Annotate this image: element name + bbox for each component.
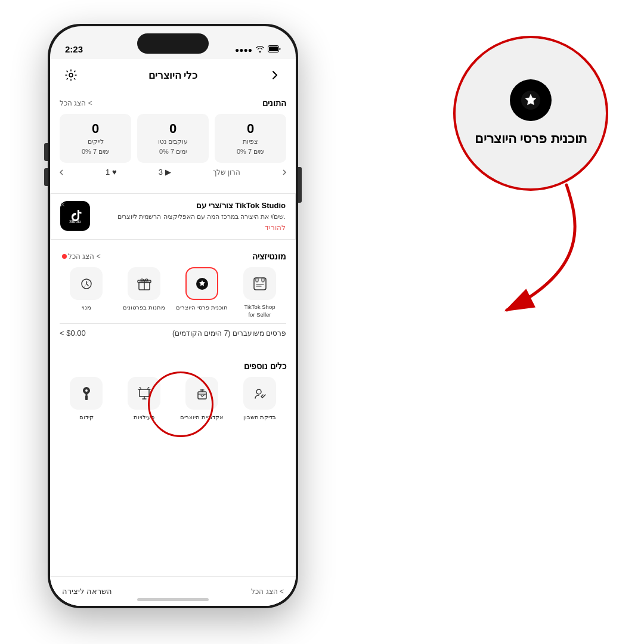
page-title: כלי היוצרים [148,69,198,82]
menu-icon-wrap [70,267,103,300]
monetization-title: מונטיזציה [252,252,286,261]
svg-text:Studio: Studio [69,219,81,224]
svg-rect-11 [85,395,88,400]
nav-left[interactable] [60,169,64,175]
svg-rect-12 [198,392,206,399]
svg-rect-10 [262,278,264,282]
svg-rect-9 [256,278,258,282]
wifi-icon [256,46,264,54]
signal-dot [62,254,67,259]
power-button [298,167,302,203]
bottom-bar: השראה ליצירה הצג הכל < [50,576,296,606]
additional-tools-grid: קידום פעילויות [60,377,286,421]
stats-row: 0 לייקים 0% 7 ימים 0 עוקבים נטו 0% 7 ימי… [60,114,286,163]
settings-icon[interactable] [62,66,80,84]
activities-icon-wrap [128,377,160,410]
promo-content: Studio צור/צרי עם TikTok Studio שים/י את… [60,201,286,232]
svg-rect-1 [269,47,278,51]
promo-text: צור/צרי עם TikTok Studio שים/י את היצירה… [96,201,286,232]
callout-text: תוכנית פרסי היוצרים [475,131,586,148]
earnings-value: < $0.00 [60,329,86,338]
phone-screen: 2:23 ●●●● [50,26,296,606]
svg-point-13 [256,389,261,394]
followers-label: עוקבים נטו [144,138,202,145]
app-header: כלי היוצרים [50,59,296,91]
promo-description: שים/י את היצירה במרכז המה עם האפליקציה ה… [96,212,286,221]
views-label: צפיות [222,138,279,145]
tool-tiktok-shop[interactable]: TikTok Shopfor Seller [233,267,286,318]
earnings-label: פרסים משועברים (7 הימים הקודמים) [172,329,286,338]
likes-label: לייקים [67,138,124,145]
views-stat: 0 צפיות 0% 7 ימים [215,114,286,163]
views-number: 0 [222,121,279,137]
dynamic-island [137,33,209,54]
tool-gifts[interactable]: מתנות בפרטונים [117,267,171,318]
forward-icon[interactable] [266,66,284,84]
monetization-section: הצג הכל < מונטיזציה [50,244,296,349]
tool-trend[interactable]: קידום [60,377,113,421]
additional-header: כלים נוספים [60,361,286,371]
status-time: 2:23 [65,44,83,54]
followers-stat: 0 עוקבים נטו 0% 7 ימים [137,114,209,163]
signal-icon: ●●●● [235,46,252,54]
volume-up-button [44,143,48,161]
home-indicator [137,598,209,601]
notifications-see-all[interactable]: הצג הכל < [60,99,92,107]
trend-icon-wrap [70,377,103,410]
monetization-tools-grid: מנוי [60,267,286,318]
academy-icon-wrap [185,377,218,410]
check-account-icon-wrap [243,377,276,410]
likes-stat: 0 לייקים 0% 7 ימים [60,114,131,163]
promo-title: צור/צרי עם TikTok Studio [96,201,286,210]
promo-close-button[interactable]: × [60,200,65,209]
side-buttons [44,143,48,193]
gifts-icon-wrap [128,267,160,300]
phone-container: 2:23 ●●●● [48,24,298,608]
screen-content: כלי היוצרים הצג הכל < התונים [50,59,296,606]
tool-menu[interactable]: מנוי [60,267,113,318]
likes-count: 1 ♥ [106,168,117,177]
callout-icon [510,79,552,121]
followers-number: 0 [144,121,202,137]
views-count: 3 ▶ [159,168,171,177]
notifications-header: הצג הכל < התונים [60,98,286,108]
bottom-bar-right[interactable]: הצג הכל < [251,587,284,596]
nav-right[interactable] [282,169,286,175]
promo-link[interactable]: להוריד [96,224,286,232]
followers-change: 0% 7 ימים [144,148,202,156]
creator-rewards-label: תוכנית פרסי היוצרים [176,304,228,311]
additional-title: כלים נוספים [244,361,286,371]
check-account-label: בדיקת חשבון [243,413,277,421]
tiktok-shop-icon-wrap [243,267,276,300]
history-label: הרון שלך [213,168,240,177]
additional-tools-section: כלים נוספים קידום [50,354,296,428]
likes-number: 0 [67,121,124,137]
arrow-annotation [459,173,590,328]
creator-rewards-icon-wrap [185,267,218,300]
callout-circle: תוכנית פרסי היוצרים [453,36,608,191]
tool-academy[interactable]: אקדמיית היוצרים [175,377,228,421]
promo-banner: × Studio צור/צרי עם TikTok Studio שים/י … [50,193,296,240]
trend-label: קידום [79,413,94,421]
monetization-header: הצג הכל < מונטיזציה [60,252,286,261]
menu-label: מנוי [82,304,91,311]
svg-point-2 [69,73,73,77]
gifts-label: מתנות בפרטונים [123,304,165,311]
earnings-row: < $0.00 פרסים משועברים (7 הימים הקודמים) [60,323,286,342]
likes-change: 0% 7 ימים [67,148,124,156]
notifications-title: התונים [262,98,286,108]
academy-label: אקדמיית היוצרים [180,413,224,421]
activities-label: פעילויות [134,413,154,421]
battery-icon [268,45,281,54]
bottom-bar-left[interactable]: השראה ליצירה [62,587,112,596]
monetization-see-all[interactable]: הצג הכל < [60,252,101,261]
tiktok-shop-label: TikTok Shopfor Seller [244,304,275,318]
tool-creator-rewards[interactable]: תוכנית פרסי היוצרים [175,267,228,318]
views-change: 0% 7 ימים [222,148,279,156]
tool-activities[interactable]: פעילויות [117,377,171,421]
volume-down-button [44,168,48,186]
notifications-section: הצג הכל < התונים 0 לייקים 0% 7 ימים 0 עו… [50,91,296,188]
content-row: 1 ♥ 3 ▶ הרון שלך [60,163,286,181]
phone-frame: 2:23 ●●●● [48,24,298,608]
tool-check-account[interactable]: בדיקת חשבון [233,377,286,421]
